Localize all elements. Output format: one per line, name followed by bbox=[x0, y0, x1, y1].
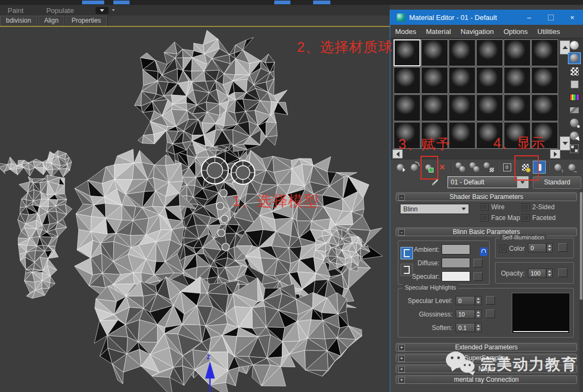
specular-level-spinner[interactable] bbox=[475, 296, 482, 305]
rollout-shader-basic-parameters[interactable]: - Shader Basic Parameters bbox=[396, 192, 577, 201]
make-unique-icon[interactable] bbox=[468, 161, 481, 174]
opacity-spinner[interactable] bbox=[546, 269, 553, 278]
backlight-icon[interactable] bbox=[568, 52, 581, 64]
material-sample-slot-10[interactable] bbox=[476, 67, 503, 94]
glossiness-map-button[interactable] bbox=[486, 310, 495, 318]
ribbon-menu-populate[interactable]: Populate bbox=[39, 6, 82, 15]
self-illumination-spinner[interactable] bbox=[546, 243, 553, 252]
specular-level-map-button[interactable] bbox=[486, 296, 495, 305]
background-icon[interactable] bbox=[568, 65, 581, 77]
annotation-box-assign bbox=[421, 156, 438, 180]
material-map-navigator-icon[interactable] bbox=[568, 143, 581, 155]
rollout-title: Shader Basic Parameters bbox=[450, 193, 524, 201]
minimize-button[interactable]: – bbox=[518, 10, 540, 25]
material-sample-slot-5[interactable] bbox=[504, 39, 531, 66]
material-sample-slot-1[interactable] bbox=[394, 39, 421, 66]
diffuse-label: Diffuse: bbox=[412, 259, 439, 267]
make-material-copy-icon[interactable] bbox=[454, 161, 467, 174]
get-material-icon[interactable] bbox=[394, 161, 406, 174]
material-sample-slot-2[interactable] bbox=[421, 39, 448, 66]
self-illumination-color-label: Color bbox=[509, 245, 525, 252]
wire-checkbox[interactable] bbox=[481, 203, 489, 211]
go-forward-to-sibling-icon[interactable]: → bbox=[565, 161, 578, 174]
diffuse-color-swatch[interactable] bbox=[442, 258, 470, 268]
material-sample-slot-6[interactable] bbox=[531, 39, 558, 66]
specular-color-swatch[interactable] bbox=[442, 271, 470, 281]
material-sample-slot-4[interactable] bbox=[476, 39, 503, 66]
specular-level-label: Specular Level: bbox=[398, 297, 452, 305]
material-sample-slot-8[interactable] bbox=[421, 67, 448, 94]
video-color-check-icon[interactable] bbox=[568, 91, 581, 103]
menu-utilities[interactable]: Utilities bbox=[533, 27, 565, 36]
face-map-checkbox[interactable] bbox=[481, 214, 489, 222]
material-sample-slot-18[interactable] bbox=[531, 94, 558, 121]
sample-type-sphere-icon[interactable] bbox=[568, 39, 581, 51]
expand-icon[interactable]: + bbox=[398, 355, 405, 362]
collapse-icon[interactable]: - bbox=[398, 229, 405, 236]
soften-value[interactable]: 0.1 bbox=[456, 323, 475, 332]
diffuse-map-button[interactable] bbox=[473, 259, 483, 267]
toolbar-fragment bbox=[82, 1, 104, 4]
put-to-library-icon[interactable] bbox=[482, 161, 495, 174]
self-illumination-label: Self-Illumination bbox=[500, 234, 546, 240]
ribbon-tab-properties[interactable]: Properties bbox=[65, 16, 107, 26]
expand-icon[interactable]: + bbox=[398, 366, 405, 373]
self-illumination-map-button[interactable] bbox=[558, 243, 567, 252]
material-sample-slot-21[interactable] bbox=[449, 122, 476, 149]
go-to-parent-icon[interactable]: ↑ bbox=[551, 161, 564, 174]
expand-icon[interactable]: + bbox=[398, 377, 405, 383]
scroll-right-button[interactable] bbox=[550, 149, 560, 159]
window-titlebar[interactable]: Material Editor - 01 - Default – × bbox=[390, 10, 583, 25]
soften-spinner[interactable] bbox=[475, 323, 482, 332]
material-sample-slot-7[interactable] bbox=[394, 67, 421, 94]
material-sample-slot-14[interactable] bbox=[421, 94, 448, 121]
maximize-button[interactable] bbox=[540, 10, 561, 25]
material-type-button[interactable]: Standard bbox=[533, 176, 581, 189]
ribbon-tab-bdivision[interactable]: bdivision bbox=[0, 16, 37, 26]
chevron-down-icon[interactable] bbox=[112, 9, 115, 11]
faceted-checkbox[interactable] bbox=[522, 214, 530, 222]
material-sample-slot-13[interactable] bbox=[394, 94, 421, 121]
material-sample-slot-12[interactable] bbox=[531, 67, 558, 94]
material-sample-slot-3[interactable] bbox=[449, 39, 476, 66]
specular-level-value[interactable]: 0 bbox=[456, 296, 475, 305]
material-sample-slot-11[interactable] bbox=[504, 67, 531, 94]
options-icon[interactable] bbox=[568, 117, 581, 129]
put-material-to-scene-icon[interactable] bbox=[408, 161, 421, 174]
sample-uv-tiling-icon[interactable] bbox=[568, 78, 581, 90]
ribbon-dropdown-button[interactable] bbox=[96, 7, 109, 14]
menu-navigation[interactable]: Navigation bbox=[456, 27, 498, 36]
params-scrollbar[interactable] bbox=[579, 190, 583, 392]
opacity-map-button[interactable] bbox=[558, 269, 567, 277]
close-button[interactable]: × bbox=[561, 10, 583, 25]
ribbon-menu-paint[interactable]: Paint bbox=[0, 6, 31, 15]
expand-icon[interactable]: + bbox=[398, 345, 405, 351]
glossiness-value[interactable]: 10 bbox=[456, 310, 475, 319]
material-sample-slot-16[interactable] bbox=[476, 94, 503, 121]
opacity-value[interactable]: 100 bbox=[528, 269, 546, 278]
lock-ambient-diffuse-button[interactable] bbox=[401, 247, 413, 259]
material-id-channel-icon[interactable]: 0 bbox=[500, 161, 513, 174]
annotation-step3: 3、赋予 bbox=[398, 135, 450, 154]
ribbon-tab-align[interactable]: Align bbox=[38, 16, 65, 26]
material-sample-slot-9[interactable] bbox=[449, 67, 476, 94]
menu-modes[interactable]: Modes bbox=[390, 27, 421, 36]
glossiness-spinner[interactable] bbox=[475, 310, 482, 319]
rollout-blinn-basic-parameters[interactable]: - Blinn Basic Parameters bbox=[396, 228, 577, 236]
scrollbar-thumb[interactable] bbox=[580, 192, 582, 300]
specular-map-button[interactable] bbox=[473, 272, 483, 281]
self-illumination-value[interactable]: 0 bbox=[528, 243, 546, 252]
menu-options[interactable]: Options bbox=[499, 27, 533, 36]
2-sided-checkbox[interactable] bbox=[522, 203, 530, 211]
material-sample-slot-17[interactable] bbox=[504, 94, 531, 121]
shader-type-dropdown[interactable]: Blinn bbox=[400, 204, 469, 214]
material-editor-window: Material Editor - 01 - Default – × Modes… bbox=[390, 10, 583, 392]
material-sample-slot-15[interactable] bbox=[449, 94, 476, 121]
select-by-material-icon[interactable] bbox=[568, 130, 581, 142]
lock-icon[interactable] bbox=[480, 247, 487, 256]
self-illumination-color-checkbox[interactable] bbox=[499, 245, 507, 252]
ambient-color-swatch[interactable] bbox=[442, 244, 470, 255]
menu-material[interactable]: Material bbox=[421, 27, 456, 36]
collapse-icon[interactable]: - bbox=[398, 194, 405, 201]
make-preview-icon[interactable] bbox=[568, 104, 581, 116]
